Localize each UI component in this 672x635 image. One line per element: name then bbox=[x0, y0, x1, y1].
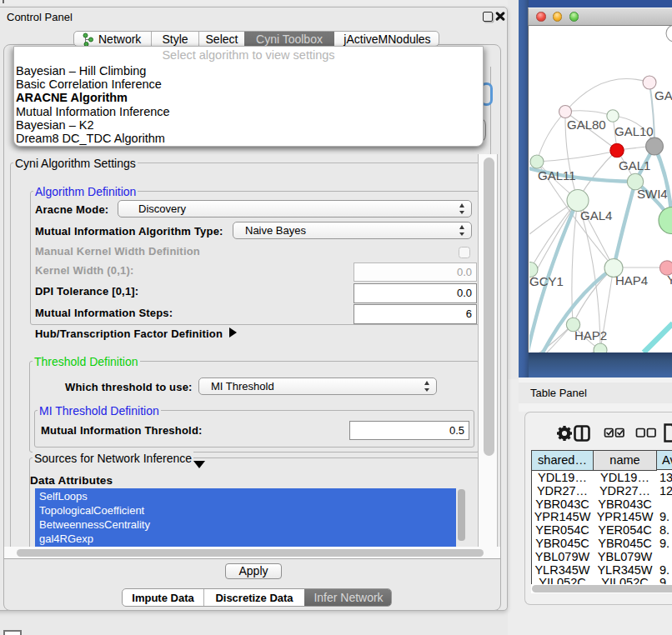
svg-text:GAL: GAL bbox=[654, 88, 672, 102]
svg-text:GCY1: GCY1 bbox=[529, 274, 564, 288]
svg-text:SWI4: SWI4 bbox=[637, 187, 668, 201]
svg-text:Y: Y bbox=[667, 272, 672, 287]
svg-text:HAP2: HAP2 bbox=[574, 328, 607, 342]
svg-text:GAL10: GAL10 bbox=[614, 124, 654, 138]
svg-text:HAP4: HAP4 bbox=[615, 273, 648, 288]
svg-text:GAL4: GAL4 bbox=[580, 208, 612, 222]
svg-text:GAL11: GAL11 bbox=[538, 168, 576, 182]
svg-text:GAL1: GAL1 bbox=[619, 158, 650, 172]
svg-text:GAL80: GAL80 bbox=[567, 118, 606, 132]
